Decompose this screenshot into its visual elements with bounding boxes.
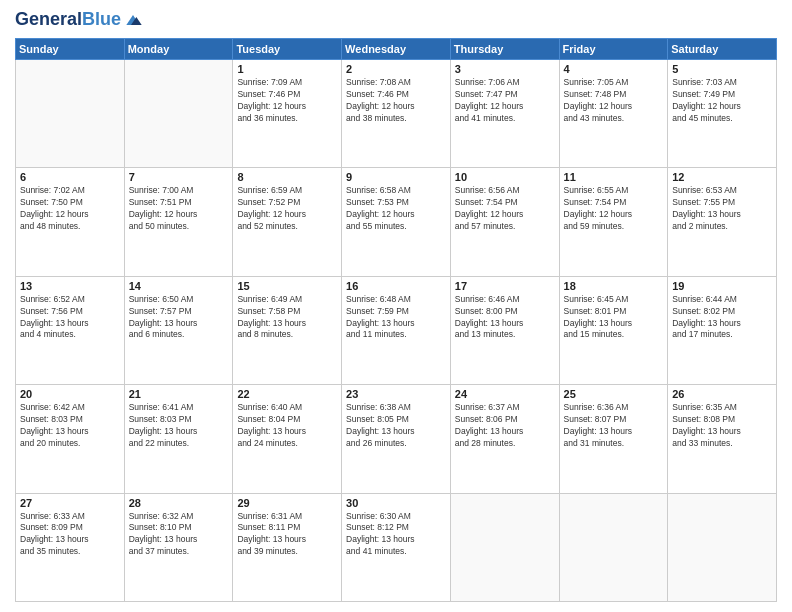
- day-info: Sunrise: 6:33 AM Sunset: 8:09 PM Dayligh…: [20, 511, 120, 559]
- day-number: 1: [237, 63, 337, 75]
- day-number: 3: [455, 63, 555, 75]
- day-number: 27: [20, 497, 120, 509]
- day-number: 4: [564, 63, 664, 75]
- calendar-cell: 20Sunrise: 6:42 AM Sunset: 8:03 PM Dayli…: [16, 385, 125, 493]
- calendar-cell: 26Sunrise: 6:35 AM Sunset: 8:08 PM Dayli…: [668, 385, 777, 493]
- calendar-cell: 21Sunrise: 6:41 AM Sunset: 8:03 PM Dayli…: [124, 385, 233, 493]
- weekday-friday: Friday: [559, 39, 668, 60]
- day-number: 18: [564, 280, 664, 292]
- calendar-cell: [559, 493, 668, 601]
- day-info: Sunrise: 7:06 AM Sunset: 7:47 PM Dayligh…: [455, 77, 555, 125]
- calendar-cell: 17Sunrise: 6:46 AM Sunset: 8:00 PM Dayli…: [450, 276, 559, 384]
- day-info: Sunrise: 6:32 AM Sunset: 8:10 PM Dayligh…: [129, 511, 229, 559]
- calendar-cell: 19Sunrise: 6:44 AM Sunset: 8:02 PM Dayli…: [668, 276, 777, 384]
- calendar-cell: 25Sunrise: 6:36 AM Sunset: 8:07 PM Dayli…: [559, 385, 668, 493]
- calendar-cell: 3Sunrise: 7:06 AM Sunset: 7:47 PM Daylig…: [450, 60, 559, 168]
- day-info: Sunrise: 6:36 AM Sunset: 8:07 PM Dayligh…: [564, 402, 664, 450]
- day-number: 29: [237, 497, 337, 509]
- calendar-cell: 16Sunrise: 6:48 AM Sunset: 7:59 PM Dayli…: [342, 276, 451, 384]
- day-number: 28: [129, 497, 229, 509]
- weekday-thursday: Thursday: [450, 39, 559, 60]
- calendar-cell: 27Sunrise: 6:33 AM Sunset: 8:09 PM Dayli…: [16, 493, 125, 601]
- day-info: Sunrise: 6:50 AM Sunset: 7:57 PM Dayligh…: [129, 294, 229, 342]
- day-info: Sunrise: 6:53 AM Sunset: 7:55 PM Dayligh…: [672, 185, 772, 233]
- day-info: Sunrise: 6:30 AM Sunset: 8:12 PM Dayligh…: [346, 511, 446, 559]
- day-info: Sunrise: 6:31 AM Sunset: 8:11 PM Dayligh…: [237, 511, 337, 559]
- day-number: 9: [346, 171, 446, 183]
- day-number: 15: [237, 280, 337, 292]
- day-info: Sunrise: 6:56 AM Sunset: 7:54 PM Dayligh…: [455, 185, 555, 233]
- day-number: 21: [129, 388, 229, 400]
- day-number: 2: [346, 63, 446, 75]
- day-number: 11: [564, 171, 664, 183]
- calendar-week-3: 13Sunrise: 6:52 AM Sunset: 7:56 PM Dayli…: [16, 276, 777, 384]
- calendar-cell: 8Sunrise: 6:59 AM Sunset: 7:52 PM Daylig…: [233, 168, 342, 276]
- calendar-cell: 15Sunrise: 6:49 AM Sunset: 7:58 PM Dayli…: [233, 276, 342, 384]
- day-number: 30: [346, 497, 446, 509]
- day-number: 23: [346, 388, 446, 400]
- day-info: Sunrise: 7:00 AM Sunset: 7:51 PM Dayligh…: [129, 185, 229, 233]
- weekday-wednesday: Wednesday: [342, 39, 451, 60]
- calendar-cell: 13Sunrise: 6:52 AM Sunset: 7:56 PM Dayli…: [16, 276, 125, 384]
- calendar-cell: 6Sunrise: 7:02 AM Sunset: 7:50 PM Daylig…: [16, 168, 125, 276]
- day-number: 10: [455, 171, 555, 183]
- calendar-cell: 24Sunrise: 6:37 AM Sunset: 8:06 PM Dayli…: [450, 385, 559, 493]
- day-number: 7: [129, 171, 229, 183]
- calendar-week-1: 1Sunrise: 7:09 AM Sunset: 7:46 PM Daylig…: [16, 60, 777, 168]
- page-header: GeneralBlue: [15, 10, 777, 30]
- day-info: Sunrise: 7:08 AM Sunset: 7:46 PM Dayligh…: [346, 77, 446, 125]
- day-number: 13: [20, 280, 120, 292]
- weekday-saturday: Saturday: [668, 39, 777, 60]
- weekday-header-row: SundayMondayTuesdayWednesdayThursdayFrid…: [16, 39, 777, 60]
- calendar-cell: 1Sunrise: 7:09 AM Sunset: 7:46 PM Daylig…: [233, 60, 342, 168]
- day-info: Sunrise: 6:58 AM Sunset: 7:53 PM Dayligh…: [346, 185, 446, 233]
- day-info: Sunrise: 6:38 AM Sunset: 8:05 PM Dayligh…: [346, 402, 446, 450]
- calendar-week-2: 6Sunrise: 7:02 AM Sunset: 7:50 PM Daylig…: [16, 168, 777, 276]
- day-info: Sunrise: 6:40 AM Sunset: 8:04 PM Dayligh…: [237, 402, 337, 450]
- calendar-cell: 30Sunrise: 6:30 AM Sunset: 8:12 PM Dayli…: [342, 493, 451, 601]
- day-info: Sunrise: 7:02 AM Sunset: 7:50 PM Dayligh…: [20, 185, 120, 233]
- day-info: Sunrise: 6:59 AM Sunset: 7:52 PM Dayligh…: [237, 185, 337, 233]
- calendar-table: SundayMondayTuesdayWednesdayThursdayFrid…: [15, 38, 777, 602]
- day-info: Sunrise: 6:52 AM Sunset: 7:56 PM Dayligh…: [20, 294, 120, 342]
- calendar-cell: 14Sunrise: 6:50 AM Sunset: 7:57 PM Dayli…: [124, 276, 233, 384]
- calendar-cell: 2Sunrise: 7:08 AM Sunset: 7:46 PM Daylig…: [342, 60, 451, 168]
- day-number: 5: [672, 63, 772, 75]
- weekday-tuesday: Tuesday: [233, 39, 342, 60]
- day-info: Sunrise: 6:45 AM Sunset: 8:01 PM Dayligh…: [564, 294, 664, 342]
- day-info: Sunrise: 6:49 AM Sunset: 7:58 PM Dayligh…: [237, 294, 337, 342]
- day-number: 12: [672, 171, 772, 183]
- calendar-cell: 12Sunrise: 6:53 AM Sunset: 7:55 PM Dayli…: [668, 168, 777, 276]
- calendar-cell: [450, 493, 559, 601]
- day-number: 22: [237, 388, 337, 400]
- day-info: Sunrise: 7:03 AM Sunset: 7:49 PM Dayligh…: [672, 77, 772, 125]
- calendar-cell: 7Sunrise: 7:00 AM Sunset: 7:51 PM Daylig…: [124, 168, 233, 276]
- day-number: 26: [672, 388, 772, 400]
- day-info: Sunrise: 6:35 AM Sunset: 8:08 PM Dayligh…: [672, 402, 772, 450]
- logo: GeneralBlue: [15, 10, 143, 30]
- logo-text: GeneralBlue: [15, 10, 121, 30]
- day-number: 20: [20, 388, 120, 400]
- calendar-cell: [124, 60, 233, 168]
- day-number: 14: [129, 280, 229, 292]
- day-number: 24: [455, 388, 555, 400]
- logo-icon: [123, 10, 143, 30]
- day-info: Sunrise: 6:37 AM Sunset: 8:06 PM Dayligh…: [455, 402, 555, 450]
- day-number: 25: [564, 388, 664, 400]
- calendar-cell: 23Sunrise: 6:38 AM Sunset: 8:05 PM Dayli…: [342, 385, 451, 493]
- day-info: Sunrise: 6:55 AM Sunset: 7:54 PM Dayligh…: [564, 185, 664, 233]
- day-info: Sunrise: 7:09 AM Sunset: 7:46 PM Dayligh…: [237, 77, 337, 125]
- day-info: Sunrise: 7:05 AM Sunset: 7:48 PM Dayligh…: [564, 77, 664, 125]
- calendar-cell: [668, 493, 777, 601]
- calendar-cell: 9Sunrise: 6:58 AM Sunset: 7:53 PM Daylig…: [342, 168, 451, 276]
- day-info: Sunrise: 6:48 AM Sunset: 7:59 PM Dayligh…: [346, 294, 446, 342]
- calendar-cell: 11Sunrise: 6:55 AM Sunset: 7:54 PM Dayli…: [559, 168, 668, 276]
- day-number: 16: [346, 280, 446, 292]
- calendar-cell: 22Sunrise: 6:40 AM Sunset: 8:04 PM Dayli…: [233, 385, 342, 493]
- calendar-cell: 4Sunrise: 7:05 AM Sunset: 7:48 PM Daylig…: [559, 60, 668, 168]
- day-number: 8: [237, 171, 337, 183]
- day-number: 6: [20, 171, 120, 183]
- calendar-week-5: 27Sunrise: 6:33 AM Sunset: 8:09 PM Dayli…: [16, 493, 777, 601]
- day-number: 19: [672, 280, 772, 292]
- weekday-monday: Monday: [124, 39, 233, 60]
